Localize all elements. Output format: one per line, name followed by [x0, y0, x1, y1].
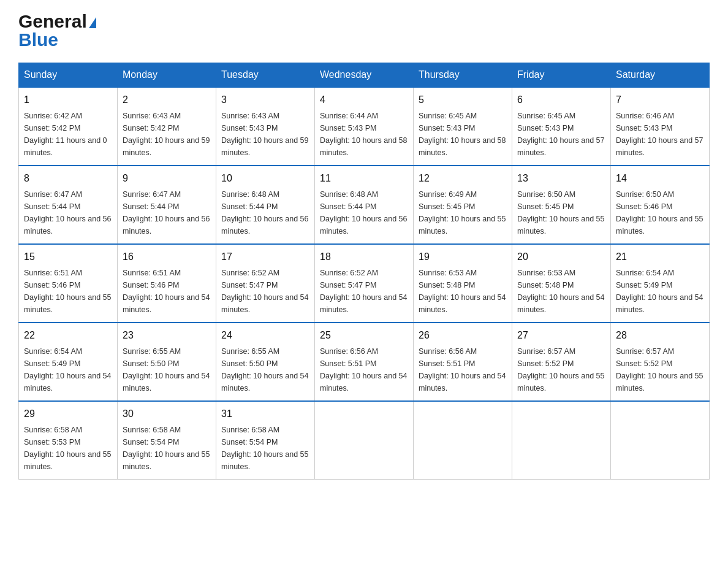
- logo: General Blue: [18, 12, 96, 50]
- day-cell: 19 Sunrise: 6:53 AMSunset: 5:48 PMDaylig…: [414, 244, 512, 323]
- day-cell: 4 Sunrise: 6:44 AMSunset: 5:43 PMDayligh…: [315, 87, 414, 166]
- day-number: 24: [221, 328, 309, 343]
- day-info: Sunrise: 6:47 AMSunset: 5:44 PMDaylight:…: [24, 188, 112, 237]
- day-info: Sunrise: 6:45 AMSunset: 5:43 PMDaylight:…: [517, 110, 605, 159]
- week-row-3: 15 Sunrise: 6:51 AMSunset: 5:46 PMDaylig…: [19, 244, 710, 323]
- day-info: Sunrise: 6:53 AMSunset: 5:48 PMDaylight:…: [517, 267, 605, 316]
- day-number: 19: [419, 250, 507, 264]
- day-info: Sunrise: 6:54 AMSunset: 5:49 PMDaylight:…: [616, 267, 704, 316]
- day-info: Sunrise: 6:49 AMSunset: 5:45 PMDaylight:…: [419, 188, 507, 237]
- day-number: 6: [517, 93, 605, 107]
- day-number: 13: [517, 171, 605, 186]
- day-cell: 30 Sunrise: 6:58 AMSunset: 5:54 PMDaylig…: [118, 401, 216, 480]
- day-info: Sunrise: 6:43 AMSunset: 5:43 PMDaylight:…: [221, 110, 309, 159]
- logo-blue: Blue: [18, 29, 58, 50]
- day-cell: 11 Sunrise: 6:48 AMSunset: 5:44 PMDaylig…: [315, 166, 414, 244]
- day-number: 27: [517, 328, 605, 343]
- week-row-1: 1 Sunrise: 6:42 AMSunset: 5:42 PMDayligh…: [19, 87, 710, 166]
- day-cell: 12 Sunrise: 6:49 AMSunset: 5:45 PMDaylig…: [414, 166, 512, 244]
- day-info: Sunrise: 6:50 AMSunset: 5:45 PMDaylight:…: [517, 188, 605, 237]
- day-number: 14: [616, 171, 704, 186]
- week-row-5: 29 Sunrise: 6:58 AMSunset: 5:53 PMDaylig…: [19, 401, 710, 480]
- day-cell: 21 Sunrise: 6:54 AMSunset: 5:49 PMDaylig…: [611, 244, 710, 323]
- day-info: Sunrise: 6:46 AMSunset: 5:43 PMDaylight:…: [616, 110, 704, 159]
- day-info: Sunrise: 6:57 AMSunset: 5:52 PMDaylight:…: [517, 345, 605, 394]
- week-row-4: 22 Sunrise: 6:54 AMSunset: 5:49 PMDaylig…: [19, 323, 710, 401]
- day-cell: [611, 401, 710, 480]
- day-cell: 18 Sunrise: 6:52 AMSunset: 5:47 PMDaylig…: [315, 244, 414, 323]
- day-cell: 14 Sunrise: 6:50 AMSunset: 5:46 PMDaylig…: [611, 166, 710, 244]
- day-number: 1: [24, 93, 112, 107]
- day-cell: 29 Sunrise: 6:58 AMSunset: 5:53 PMDaylig…: [19, 401, 118, 480]
- weekday-friday: Friday: [512, 63, 611, 88]
- weekday-saturday: Saturday: [611, 63, 710, 88]
- day-info: Sunrise: 6:58 AMSunset: 5:54 PMDaylight:…: [123, 424, 211, 473]
- calendar-header: SundayMondayTuesdayWednesdayThursdayFrid…: [19, 63, 710, 88]
- logo-general: General: [18, 11, 87, 31]
- day-number: 30: [123, 407, 211, 421]
- day-cell: [315, 401, 414, 480]
- day-number: 16: [123, 250, 211, 264]
- day-info: Sunrise: 6:54 AMSunset: 5:49 PMDaylight:…: [24, 345, 112, 394]
- day-info: Sunrise: 6:47 AMSunset: 5:44 PMDaylight:…: [123, 188, 211, 237]
- day-info: Sunrise: 6:58 AMSunset: 5:53 PMDaylight:…: [24, 424, 112, 473]
- day-number: 26: [419, 328, 507, 343]
- day-info: Sunrise: 6:56 AMSunset: 5:51 PMDaylight:…: [419, 345, 507, 394]
- day-number: 22: [24, 328, 112, 343]
- day-cell: 15 Sunrise: 6:51 AMSunset: 5:46 PMDaylig…: [19, 244, 118, 323]
- day-number: 12: [419, 171, 507, 186]
- day-cell: 28 Sunrise: 6:57 AMSunset: 5:52 PMDaylig…: [611, 323, 710, 401]
- day-info: Sunrise: 6:48 AMSunset: 5:44 PMDaylight:…: [221, 188, 309, 237]
- day-number: 28: [616, 328, 704, 343]
- day-info: Sunrise: 6:52 AMSunset: 5:47 PMDaylight:…: [320, 267, 408, 316]
- day-number: 15: [24, 250, 112, 264]
- day-cell: 25 Sunrise: 6:56 AMSunset: 5:51 PMDaylig…: [315, 323, 414, 401]
- day-cell: 9 Sunrise: 6:47 AMSunset: 5:44 PMDayligh…: [118, 166, 216, 244]
- day-info: Sunrise: 6:55 AMSunset: 5:50 PMDaylight:…: [123, 345, 211, 394]
- day-number: 7: [616, 93, 704, 107]
- day-info: Sunrise: 6:56 AMSunset: 5:51 PMDaylight:…: [320, 345, 408, 394]
- day-number: 10: [221, 171, 309, 186]
- logo-triangle-icon: [89, 17, 96, 28]
- day-number: 29: [24, 407, 112, 421]
- day-number: 8: [24, 171, 112, 186]
- weekday-thursday: Thursday: [414, 63, 512, 88]
- day-info: Sunrise: 6:58 AMSunset: 5:54 PMDaylight:…: [221, 424, 309, 473]
- day-info: Sunrise: 6:48 AMSunset: 5:44 PMDaylight:…: [320, 188, 408, 237]
- day-cell: 20 Sunrise: 6:53 AMSunset: 5:48 PMDaylig…: [512, 244, 611, 323]
- day-info: Sunrise: 6:50 AMSunset: 5:46 PMDaylight:…: [616, 188, 704, 237]
- day-info: Sunrise: 6:43 AMSunset: 5:42 PMDaylight:…: [123, 110, 211, 159]
- weekday-header-row: SundayMondayTuesdayWednesdayThursdayFrid…: [19, 63, 710, 88]
- weekday-tuesday: Tuesday: [216, 63, 315, 88]
- calendar-table: SundayMondayTuesdayWednesdayThursdayFrid…: [18, 63, 710, 480]
- day-cell: 13 Sunrise: 6:50 AMSunset: 5:45 PMDaylig…: [512, 166, 611, 244]
- day-number: 18: [320, 250, 408, 264]
- day-info: Sunrise: 6:53 AMSunset: 5:48 PMDaylight:…: [419, 267, 507, 316]
- day-number: 31: [221, 407, 309, 421]
- day-cell: 5 Sunrise: 6:45 AMSunset: 5:43 PMDayligh…: [414, 87, 512, 166]
- day-cell: 24 Sunrise: 6:55 AMSunset: 5:50 PMDaylig…: [216, 323, 315, 401]
- day-cell: 31 Sunrise: 6:58 AMSunset: 5:54 PMDaylig…: [216, 401, 315, 480]
- day-cell: 26 Sunrise: 6:56 AMSunset: 5:51 PMDaylig…: [414, 323, 512, 401]
- calendar-body: 1 Sunrise: 6:42 AMSunset: 5:42 PMDayligh…: [19, 87, 710, 480]
- day-number: 20: [517, 250, 605, 264]
- day-cell: 6 Sunrise: 6:45 AMSunset: 5:43 PMDayligh…: [512, 87, 611, 166]
- day-cell: 10 Sunrise: 6:48 AMSunset: 5:44 PMDaylig…: [216, 166, 315, 244]
- week-row-2: 8 Sunrise: 6:47 AMSunset: 5:44 PMDayligh…: [19, 166, 710, 244]
- page-header: General Blue: [18, 12, 710, 50]
- day-cell: 16 Sunrise: 6:51 AMSunset: 5:46 PMDaylig…: [118, 244, 216, 323]
- day-number: 17: [221, 250, 309, 264]
- day-info: Sunrise: 6:42 AMSunset: 5:42 PMDaylight:…: [24, 110, 112, 159]
- weekday-sunday: Sunday: [19, 63, 118, 88]
- day-cell: 8 Sunrise: 6:47 AMSunset: 5:44 PMDayligh…: [19, 166, 118, 244]
- day-cell: 22 Sunrise: 6:54 AMSunset: 5:49 PMDaylig…: [19, 323, 118, 401]
- day-cell: 2 Sunrise: 6:43 AMSunset: 5:42 PMDayligh…: [118, 87, 216, 166]
- day-number: 11: [320, 171, 408, 186]
- day-cell: [414, 401, 512, 480]
- weekday-monday: Monday: [118, 63, 216, 88]
- day-cell: 1 Sunrise: 6:42 AMSunset: 5:42 PMDayligh…: [19, 87, 118, 166]
- day-cell: 23 Sunrise: 6:55 AMSunset: 5:50 PMDaylig…: [118, 323, 216, 401]
- day-number: 9: [123, 171, 211, 186]
- day-cell: 17 Sunrise: 6:52 AMSunset: 5:47 PMDaylig…: [216, 244, 315, 323]
- day-info: Sunrise: 6:45 AMSunset: 5:43 PMDaylight:…: [419, 110, 507, 159]
